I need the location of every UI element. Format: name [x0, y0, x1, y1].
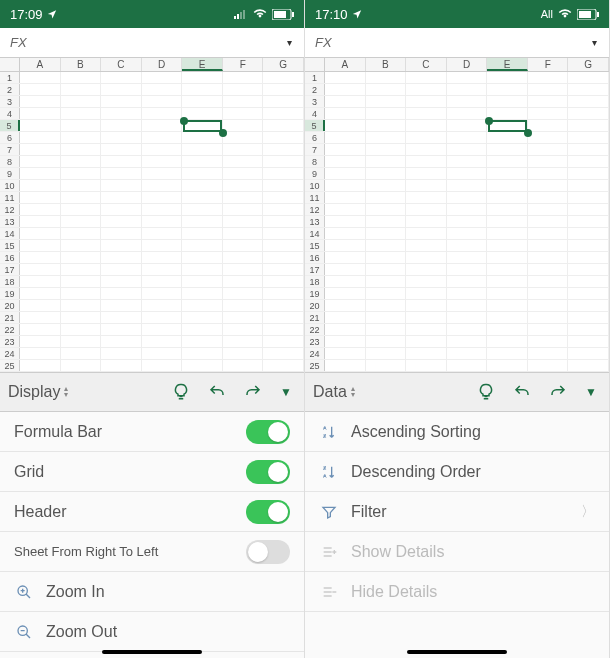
cell[interactable] — [182, 288, 223, 299]
cell[interactable] — [366, 348, 407, 359]
cell[interactable] — [568, 264, 609, 275]
cell[interactable] — [325, 168, 366, 179]
undo-icon[interactable] — [509, 379, 535, 405]
cell[interactable] — [182, 168, 223, 179]
redo-icon[interactable] — [240, 379, 266, 405]
cell[interactable] — [61, 348, 102, 359]
cell[interactable] — [223, 144, 264, 155]
cell[interactable] — [142, 348, 183, 359]
column-header[interactable]: F — [223, 58, 264, 71]
formula-input[interactable] — [31, 32, 281, 54]
row-header[interactable]: 10 — [0, 180, 20, 191]
cell[interactable] — [61, 132, 102, 143]
cell[interactable] — [101, 312, 142, 323]
cell[interactable] — [182, 120, 223, 131]
row-header[interactable]: 22 — [305, 324, 325, 335]
cell[interactable] — [325, 264, 366, 275]
cell[interactable] — [366, 192, 407, 203]
cell[interactable] — [487, 168, 528, 179]
cell[interactable] — [20, 252, 61, 263]
cell[interactable] — [528, 96, 569, 107]
cell[interactable] — [325, 348, 366, 359]
cell[interactable] — [406, 228, 447, 239]
cell[interactable] — [61, 144, 102, 155]
row-header[interactable]: 25 — [0, 360, 20, 371]
cell[interactable] — [487, 108, 528, 119]
cell[interactable] — [20, 228, 61, 239]
cell[interactable] — [101, 336, 142, 347]
selection-handle-tl[interactable] — [180, 117, 188, 125]
cell[interactable] — [366, 240, 407, 251]
cell[interactable] — [142, 216, 183, 227]
cell[interactable] — [325, 96, 366, 107]
cell[interactable] — [61, 240, 102, 251]
cell[interactable] — [263, 312, 304, 323]
cell[interactable] — [366, 252, 407, 263]
cell[interactable] — [263, 192, 304, 203]
cell[interactable] — [528, 168, 569, 179]
cell[interactable] — [263, 96, 304, 107]
cell[interactable] — [487, 84, 528, 95]
cell[interactable] — [101, 132, 142, 143]
cell[interactable] — [487, 132, 528, 143]
row-header[interactable]: 16 — [0, 252, 20, 263]
cell[interactable] — [366, 312, 407, 323]
row-header[interactable]: 6 — [0, 132, 20, 143]
row-header[interactable]: 14 — [0, 228, 20, 239]
row-header[interactable]: 16 — [305, 252, 325, 263]
cell[interactable] — [406, 180, 447, 191]
column-header[interactable]: E — [182, 58, 223, 71]
cell[interactable] — [61, 312, 102, 323]
cell[interactable] — [142, 240, 183, 251]
cell[interactable] — [447, 180, 488, 191]
cell[interactable] — [223, 192, 264, 203]
cell[interactable] — [182, 264, 223, 275]
cell[interactable] — [568, 204, 609, 215]
menu-zoom-in[interactable]: Zoom In — [0, 572, 304, 612]
cell[interactable] — [568, 84, 609, 95]
cell[interactable] — [568, 324, 609, 335]
cell[interactable] — [528, 264, 569, 275]
cell[interactable] — [142, 144, 183, 155]
column-header[interactable]: A — [325, 58, 366, 71]
cell[interactable] — [101, 252, 142, 263]
cell[interactable] — [366, 360, 407, 371]
cell[interactable] — [223, 312, 264, 323]
selection-handle-br[interactable] — [219, 129, 227, 137]
menu-descending-sort[interactable]: ZA Descending Order — [305, 452, 609, 492]
cell[interactable] — [142, 324, 183, 335]
cell[interactable] — [20, 156, 61, 167]
cell[interactable] — [182, 156, 223, 167]
cell[interactable] — [366, 216, 407, 227]
cell[interactable] — [325, 228, 366, 239]
cell[interactable] — [447, 276, 488, 287]
cell[interactable] — [447, 288, 488, 299]
cell[interactable] — [61, 204, 102, 215]
cell[interactable] — [223, 324, 264, 335]
cell[interactable] — [182, 132, 223, 143]
row-header[interactable]: 20 — [305, 300, 325, 311]
cell[interactable] — [101, 120, 142, 131]
cell[interactable] — [487, 180, 528, 191]
row-header[interactable]: 14 — [305, 228, 325, 239]
row-header[interactable]: 5 — [0, 120, 20, 131]
cell[interactable] — [182, 348, 223, 359]
cell[interactable] — [528, 300, 569, 311]
cell[interactable] — [61, 300, 102, 311]
cell[interactable] — [20, 240, 61, 251]
menu-grid[interactable]: Grid — [0, 452, 304, 492]
cell[interactable] — [223, 360, 264, 371]
cell[interactable] — [487, 348, 528, 359]
cell[interactable] — [447, 204, 488, 215]
cell[interactable] — [182, 276, 223, 287]
cell[interactable] — [366, 156, 407, 167]
lightbulb-icon[interactable] — [168, 379, 194, 405]
row-header[interactable]: 9 — [305, 168, 325, 179]
cell[interactable] — [263, 348, 304, 359]
cell[interactable] — [487, 96, 528, 107]
cell[interactable] — [182, 360, 223, 371]
cell[interactable] — [223, 156, 264, 167]
cell[interactable] — [223, 204, 264, 215]
cell[interactable] — [528, 204, 569, 215]
row-header[interactable]: 9 — [0, 168, 20, 179]
